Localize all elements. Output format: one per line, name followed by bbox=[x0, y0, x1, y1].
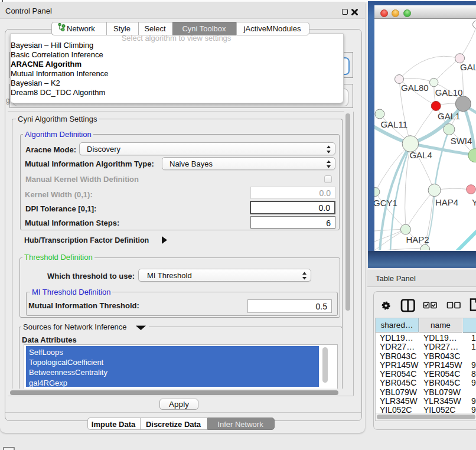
svg-text:GAL4: GAL4 bbox=[409, 150, 432, 160]
svg-text:SWI4: SWI4 bbox=[451, 136, 472, 146]
svg-text:GAL7: GAL7 bbox=[460, 62, 476, 72]
svg-text:HAP4: HAP4 bbox=[435, 197, 458, 207]
svg-text:GCY1: GCY1 bbox=[374, 198, 397, 208]
svg-text:GAL11: GAL11 bbox=[380, 119, 407, 129]
svg-text:GAL10: GAL10 bbox=[435, 87, 463, 97]
svg-text:Y: Y bbox=[472, 197, 476, 207]
svg-text:GAL1: GAL1 bbox=[438, 111, 460, 121]
svg-text:HAP2: HAP2 bbox=[406, 234, 429, 244]
svg-text:GAL80: GAL80 bbox=[401, 83, 429, 93]
